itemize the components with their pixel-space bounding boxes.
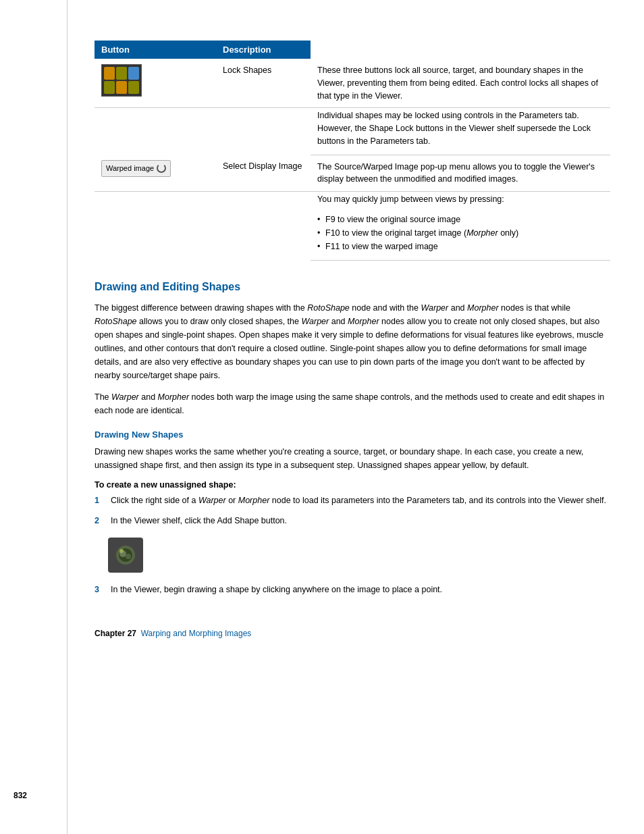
- add-shape-icon-image: [108, 538, 143, 573]
- warper-step: Warper: [198, 496, 226, 505]
- drawing-new-shapes-heading: Drawing New Shapes: [95, 429, 610, 440]
- morpher-italic: Morpher: [466, 228, 498, 238]
- table-row: Lock Shapes These three buttons lock all…: [95, 59, 610, 108]
- rotoshape-term-2: RotoShape: [95, 317, 137, 326]
- drawing-editing-heading: Drawing and Editing Shapes: [95, 281, 610, 293]
- morpher-term-3: Morpher: [158, 392, 190, 402]
- list-item: 2 In the Viewer shelf, click the Add Sha…: [95, 514, 610, 527]
- step-2-text: In the Viewer shelf, click the Add Shape…: [111, 514, 287, 527]
- step-number: 3: [95, 583, 108, 596]
- page-number: 832: [14, 791, 27, 800]
- warper-term-3: Warper: [111, 392, 139, 402]
- keyboard-shortcut-list: F9 to view the original source image F10…: [317, 213, 603, 253]
- morpher-step: Morpher: [238, 496, 270, 505]
- select-display-desc-1: The Source/Warped Image pop-up menu allo…: [311, 155, 610, 192]
- drawing-editing-para-1: The biggest difference between drawing s…: [95, 301, 610, 382]
- content-area: Button Description: [68, 0, 644, 834]
- empty-cell-5: [95, 209, 216, 261]
- warped-image-label: Warped image: [106, 163, 154, 174]
- drawing-new-para: Drawing new shapes works the same whethe…: [95, 445, 610, 472]
- rotoshape-term: RotoShape: [307, 303, 350, 313]
- left-margin: 832: [0, 0, 68, 834]
- table-header-description: Description: [216, 41, 311, 59]
- bullet-item: F9 to view the original source image: [317, 213, 603, 226]
- lock-shapes-button-cell: [95, 59, 216, 108]
- footer: Chapter 27 Warping and Morphing Images: [95, 623, 610, 638]
- empty-cell-1: [95, 108, 216, 155]
- page-container: 832 Button Description: [0, 0, 644, 834]
- add-shape-svg: [112, 542, 139, 569]
- step-1-text: Click the right side of a Warper or Morp…: [111, 494, 606, 507]
- warper-term: Warper: [421, 303, 448, 313]
- reference-table: Button Description: [95, 41, 610, 261]
- list-item: 3 In the Viewer, begin drawing a shape b…: [95, 583, 610, 596]
- step-number: 1: [95, 494, 108, 507]
- warped-image-button[interactable]: Warped image: [101, 160, 171, 177]
- empty-cell-4: [216, 192, 311, 209]
- list-item: 1 Click the right side of a Warper or Mo…: [95, 494, 610, 507]
- empty-cell-3: [95, 192, 216, 209]
- chapter-title: Warping and Morphing Images: [141, 629, 252, 638]
- instruction-heading: To create a new unassigned shape:: [95, 480, 610, 490]
- bullet-item: F10 to view the original target image (M…: [317, 226, 603, 240]
- drawing-editing-para-2: The Warper and Morpher nodes both warp t…: [95, 390, 610, 417]
- table-row-continuation: Individual shapes may be locked using co…: [95, 108, 610, 155]
- step-3-text: In the Viewer, begin drawing a shape by …: [111, 583, 442, 596]
- select-display-image-button-cell: Warped image: [95, 155, 216, 192]
- select-display-desc-2: You may quickly jump between views by pr…: [311, 192, 610, 209]
- cycle-icon: [157, 163, 166, 173]
- table-row: Warped image Select Display Image The So…: [95, 155, 610, 192]
- svg-point-3: [126, 554, 131, 559]
- morpher-term: Morpher: [467, 303, 499, 313]
- lock-shapes-icon: [101, 64, 142, 97]
- steps-list-continued: 3 In the Viewer, begin drawing a shape b…: [95, 583, 610, 596]
- step-number: 2: [95, 514, 108, 527]
- empty-cell-6: [216, 209, 311, 261]
- lock-shapes-name-cell: Lock Shapes: [216, 59, 311, 108]
- select-display-image-name: Select Display Image: [216, 155, 311, 192]
- table-row-bullets: F9 to view the original source image F10…: [95, 209, 610, 261]
- select-display-bullets: F9 to view the original source image F10…: [311, 209, 610, 261]
- empty-cell-2: [216, 108, 311, 155]
- chapter-number: Chapter 27: [95, 629, 136, 638]
- table-row-continuation: You may quickly jump between views by pr…: [95, 192, 610, 209]
- lock-shapes-desc-2: Individual shapes may be locked using co…: [311, 108, 610, 155]
- bullet-item: F11 to view the warped image: [317, 240, 603, 253]
- svg-point-4: [119, 549, 124, 553]
- warper-term-2: Warper: [301, 317, 329, 326]
- lock-shapes-desc-1: These three buttons lock all source, tar…: [311, 59, 610, 108]
- table-header-button: Button: [95, 41, 216, 59]
- steps-list: 1 Click the right side of a Warper or Mo…: [95, 494, 610, 527]
- morpher-term-2: Morpher: [348, 317, 379, 326]
